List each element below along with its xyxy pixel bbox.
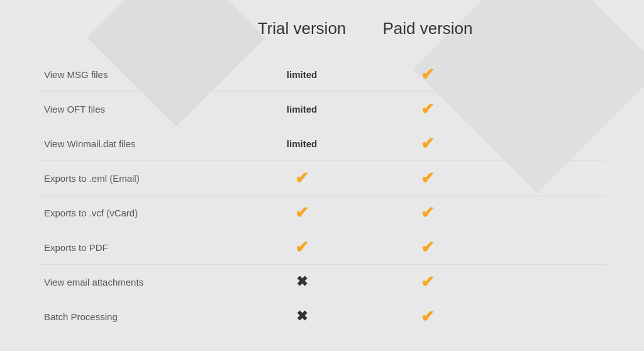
feature-label: View Winmail.dat files (38, 138, 239, 149)
trial-cell: ✔ (239, 239, 365, 255)
feature-row: Exports to .vcf (vCard)✔✔ (38, 196, 606, 230)
paid-cell: ✔ (365, 101, 491, 117)
header-row: Trial version Paid version (38, 19, 606, 38)
trial-cell: limited (239, 138, 365, 149)
trial-cell: ✖ (239, 309, 365, 323)
trial-cell: limited (239, 69, 365, 80)
check-icon: ✔ (421, 307, 435, 326)
feature-label: Exports to PDF (38, 242, 239, 253)
paid-version-header: Paid version (365, 19, 491, 38)
check-icon: ✔ (421, 99, 435, 118)
feature-table: View MSG fileslimited✔View OFT fileslimi… (38, 57, 606, 333)
check-icon: ✔ (421, 65, 435, 84)
cross-icon: ✖ (296, 274, 308, 289)
paid-cell: ✔ (365, 204, 491, 221)
feature-row: Exports to PDF✔✔ (38, 230, 606, 265)
feature-row: Exports to .eml (Email)✔✔ (38, 161, 606, 196)
feature-label: View MSG files (38, 69, 239, 80)
trial-cell: ✔ (239, 204, 365, 221)
check-icon: ✔ (295, 169, 309, 187)
feature-row: Batch Processing✖✔ (38, 299, 606, 333)
check-icon: ✔ (421, 203, 435, 222)
feature-label: View email attachments (38, 277, 239, 287)
check-icon: ✔ (421, 169, 435, 187)
limited-badge: limited (287, 104, 317, 114)
check-icon: ✔ (421, 134, 435, 153)
limited-badge: limited (287, 138, 317, 149)
feature-label: Exports to .eml (Email) (38, 173, 239, 184)
paid-cell: ✔ (365, 170, 491, 186)
trial-cell: limited (239, 104, 365, 114)
feature-label: View OFT files (38, 104, 239, 114)
feature-row: View email attachments✖✔ (38, 265, 606, 299)
trial-cell: ✖ (239, 275, 365, 289)
check-icon: ✔ (421, 238, 435, 257)
paid-cell: ✔ (365, 135, 491, 152)
feature-label: Batch Processing (38, 311, 239, 322)
check-icon: ✔ (421, 272, 435, 291)
trial-version-header: Trial version (239, 19, 365, 38)
feature-row: View OFT fileslimited✔ (38, 92, 606, 126)
feature-row: View MSG fileslimited✔ (38, 57, 606, 92)
paid-cell: ✔ (365, 274, 491, 290)
check-icon: ✔ (295, 238, 309, 257)
paid-cell: ✔ (365, 239, 491, 255)
limited-badge: limited (287, 69, 317, 80)
main-container: Trial version Paid version View MSG file… (0, 0, 644, 351)
trial-cell: ✔ (239, 170, 365, 186)
paid-cell: ✔ (365, 66, 491, 82)
paid-cell: ✔ (365, 308, 491, 325)
feature-row: View Winmail.dat fileslimited✔ (38, 126, 606, 161)
check-icon: ✔ (295, 203, 309, 222)
feature-label: Exports to .vcf (vCard) (38, 208, 239, 218)
cross-icon: ✖ (296, 308, 308, 324)
